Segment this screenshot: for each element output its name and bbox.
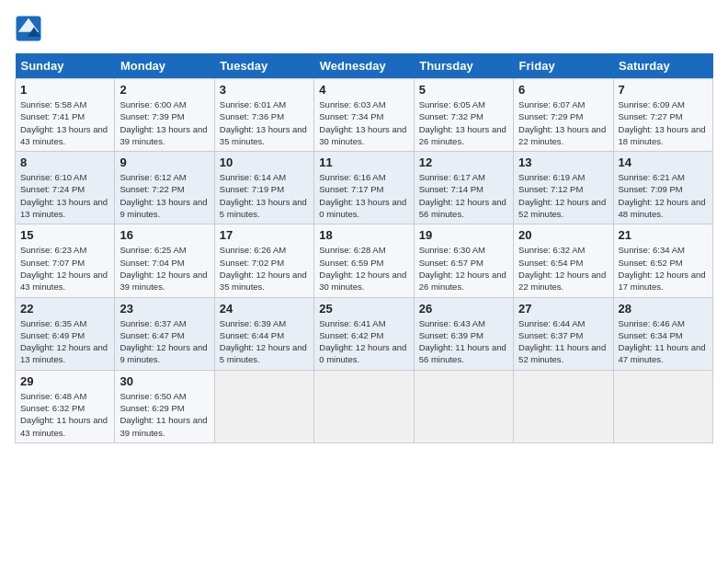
calendar-day-27: 27Sunrise: 6:44 AMSunset: 6:37 PMDayligh… (514, 297, 613, 370)
day-number: 14 (619, 155, 708, 169)
day-number: 18 (319, 228, 408, 242)
calendar-day-14: 14Sunrise: 6:21 AMSunset: 7:09 PMDayligh… (613, 152, 712, 224)
day-info: Sunrise: 6:37 AMSunset: 6:47 PMDaylight:… (119, 317, 209, 366)
calendar-week-2: 8Sunrise: 6:10 AMSunset: 7:24 PMDaylight… (16, 152, 713, 224)
day-number: 7 (619, 83, 708, 97)
day-number: 29 (20, 374, 109, 388)
calendar-week-1: 1Sunrise: 5:58 AMSunset: 7:41 PMDaylight… (16, 79, 713, 152)
calendar-day-24: 24Sunrise: 6:39 AMSunset: 6:44 PMDayligh… (214, 297, 313, 370)
day-info: Sunrise: 6:03 AMSunset: 7:34 PMDaylight:… (319, 98, 408, 147)
calendar-day-5: 5Sunrise: 6:05 AMSunset: 7:32 PMDaylight… (414, 79, 513, 152)
calendar-day-3: 3Sunrise: 6:01 AMSunset: 7:36 PMDaylight… (214, 79, 313, 152)
weekday-header-row: SundayMondayTuesdayWednesdayThursdayFrid… (16, 53, 713, 79)
day-info: Sunrise: 6:28 AMSunset: 6:59 PMDaylight:… (319, 244, 408, 293)
calendar-day-21: 21Sunrise: 6:34 AMSunset: 6:52 PMDayligh… (613, 224, 712, 297)
calendar-day-29: 29Sunrise: 6:48 AMSunset: 6:32 PMDayligh… (16, 370, 115, 442)
logo (15, 15, 46, 42)
day-info: Sunrise: 6:46 AMSunset: 6:34 PMDaylight:… (619, 317, 708, 366)
day-info: Sunrise: 6:43 AMSunset: 6:39 PMDaylight:… (419, 317, 508, 366)
weekday-thursday: Thursday (414, 53, 513, 79)
day-number: 11 (319, 155, 408, 169)
day-info: Sunrise: 6:26 AMSunset: 7:02 PMDaylight:… (220, 244, 309, 293)
day-number: 26 (419, 302, 508, 316)
day-info: Sunrise: 6:16 AMSunset: 7:17 PMDaylight:… (319, 171, 408, 220)
calendar-day-1: 1Sunrise: 5:58 AMSunset: 7:41 PMDaylight… (16, 79, 115, 152)
day-info: Sunrise: 6:23 AMSunset: 7:07 PMDaylight:… (20, 244, 109, 293)
calendar-day-25: 25Sunrise: 6:41 AMSunset: 6:42 PMDayligh… (314, 297, 414, 370)
day-info: Sunrise: 6:48 AMSunset: 6:32 PMDaylight:… (20, 390, 109, 439)
day-info: Sunrise: 6:35 AMSunset: 6:49 PMDaylight:… (20, 317, 109, 366)
day-info: Sunrise: 6:30 AMSunset: 6:57 PMDaylight:… (419, 244, 508, 293)
day-info: Sunrise: 6:25 AMSunset: 7:04 PMDaylight:… (119, 244, 209, 293)
calendar-day-18: 18Sunrise: 6:28 AMSunset: 6:59 PMDayligh… (314, 224, 414, 297)
day-info: Sunrise: 6:01 AMSunset: 7:36 PMDaylight:… (220, 98, 309, 147)
day-info: Sunrise: 6:50 AMSunset: 6:29 PMDaylight:… (119, 390, 209, 439)
day-number: 19 (419, 228, 508, 242)
empty-cell (414, 370, 513, 442)
calendar-week-4: 22Sunrise: 6:35 AMSunset: 6:49 PMDayligh… (16, 297, 713, 370)
calendar-week-3: 15Sunrise: 6:23 AMSunset: 7:07 PMDayligh… (16, 224, 713, 297)
weekday-sunday: Sunday (16, 53, 115, 79)
day-number: 5 (419, 83, 508, 97)
calendar-day-13: 13Sunrise: 6:19 AMSunset: 7:12 PMDayligh… (514, 152, 613, 224)
calendar-day-16: 16Sunrise: 6:25 AMSunset: 7:04 PMDayligh… (115, 224, 214, 297)
day-number: 22 (20, 302, 109, 316)
day-info: Sunrise: 6:09 AMSunset: 7:27 PMDaylight:… (619, 98, 708, 147)
day-number: 23 (119, 302, 209, 316)
calendar-day-6: 6Sunrise: 6:07 AMSunset: 7:29 PMDaylight… (514, 79, 613, 152)
calendar-day-19: 19Sunrise: 6:30 AMSunset: 6:57 PMDayligh… (414, 224, 513, 297)
weekday-wednesday: Wednesday (314, 53, 414, 79)
logo-icon (15, 15, 42, 42)
calendar-day-17: 17Sunrise: 6:26 AMSunset: 7:02 PMDayligh… (214, 224, 313, 297)
day-info: Sunrise: 6:17 AMSunset: 7:14 PMDaylight:… (419, 171, 508, 220)
day-info: Sunrise: 6:05 AMSunset: 7:32 PMDaylight:… (419, 98, 508, 147)
day-number: 13 (518, 155, 608, 169)
day-info: Sunrise: 6:41 AMSunset: 6:42 PMDaylight:… (319, 317, 408, 366)
calendar-week-5: 29Sunrise: 6:48 AMSunset: 6:32 PMDayligh… (16, 370, 713, 442)
calendar-day-11: 11Sunrise: 6:16 AMSunset: 7:17 PMDayligh… (314, 152, 414, 224)
page-header (15, 15, 713, 42)
calendar-day-30: 30Sunrise: 6:50 AMSunset: 6:29 PMDayligh… (115, 370, 214, 442)
calendar-day-12: 12Sunrise: 6:17 AMSunset: 7:14 PMDayligh… (414, 152, 513, 224)
calendar-day-28: 28Sunrise: 6:46 AMSunset: 6:34 PMDayligh… (613, 297, 712, 370)
day-number: 9 (119, 155, 209, 169)
calendar-day-26: 26Sunrise: 6:43 AMSunset: 6:39 PMDayligh… (414, 297, 513, 370)
empty-cell (613, 370, 712, 442)
day-info: Sunrise: 6:07 AMSunset: 7:29 PMDaylight:… (518, 98, 608, 147)
day-number: 17 (220, 228, 309, 242)
day-number: 1 (20, 83, 109, 97)
day-number: 3 (220, 83, 309, 97)
day-number: 8 (20, 155, 109, 169)
day-info: Sunrise: 6:00 AMSunset: 7:39 PMDaylight:… (119, 98, 209, 147)
day-info: Sunrise: 6:44 AMSunset: 6:37 PMDaylight:… (518, 317, 608, 366)
day-info: Sunrise: 6:21 AMSunset: 7:09 PMDaylight:… (619, 171, 708, 220)
calendar-day-8: 8Sunrise: 6:10 AMSunset: 7:24 PMDaylight… (16, 152, 115, 224)
day-info: Sunrise: 6:12 AMSunset: 7:22 PMDaylight:… (119, 171, 209, 220)
calendar-table: SundayMondayTuesdayWednesdayThursdayFrid… (15, 53, 713, 443)
calendar-day-4: 4Sunrise: 6:03 AMSunset: 7:34 PMDaylight… (314, 79, 414, 152)
day-number: 30 (119, 374, 209, 388)
day-info: Sunrise: 6:10 AMSunset: 7:24 PMDaylight:… (20, 171, 109, 220)
day-info: Sunrise: 6:14 AMSunset: 7:19 PMDaylight:… (220, 171, 309, 220)
weekday-monday: Monday (115, 53, 214, 79)
day-info: Sunrise: 6:32 AMSunset: 6:54 PMDaylight:… (518, 244, 608, 293)
day-number: 20 (518, 228, 608, 242)
empty-cell (214, 370, 313, 442)
day-number: 25 (319, 302, 408, 316)
weekday-tuesday: Tuesday (214, 53, 313, 79)
calendar-day-22: 22Sunrise: 6:35 AMSunset: 6:49 PMDayligh… (16, 297, 115, 370)
calendar-day-7: 7Sunrise: 6:09 AMSunset: 7:27 PMDaylight… (613, 79, 712, 152)
calendar-day-15: 15Sunrise: 6:23 AMSunset: 7:07 PMDayligh… (16, 224, 115, 297)
day-number: 24 (220, 302, 309, 316)
calendar-day-20: 20Sunrise: 6:32 AMSunset: 6:54 PMDayligh… (514, 224, 613, 297)
weekday-friday: Friday (514, 53, 613, 79)
day-number: 16 (119, 228, 209, 242)
day-number: 10 (220, 155, 309, 169)
day-number: 15 (20, 228, 109, 242)
day-number: 2 (119, 83, 209, 97)
day-number: 27 (518, 302, 608, 316)
day-info: Sunrise: 5:58 AMSunset: 7:41 PMDaylight:… (20, 98, 109, 147)
empty-cell (514, 370, 613, 442)
empty-cell (314, 370, 414, 442)
day-info: Sunrise: 6:39 AMSunset: 6:44 PMDaylight:… (220, 317, 309, 366)
